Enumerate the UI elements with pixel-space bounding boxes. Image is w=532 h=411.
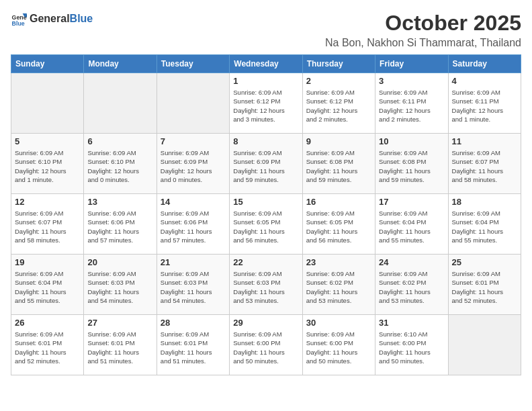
calendar-cell: 3Sunrise: 6:09 AM Sunset: 6:11 PM Daylig… [375, 73, 448, 134]
day-number: 27 [87, 318, 152, 328]
day-number: 26 [15, 318, 80, 328]
day-info: Sunrise: 6:09 AM Sunset: 6:11 PM Dayligh… [452, 88, 517, 124]
header-thursday: Thursday [302, 55, 375, 73]
calendar-cell: 18Sunrise: 6:09 AM Sunset: 6:04 PM Dayli… [448, 194, 521, 255]
day-info: Sunrise: 6:09 AM Sunset: 6:03 PM Dayligh… [161, 269, 226, 305]
day-info: Sunrise: 6:09 AM Sunset: 6:05 PM Dayligh… [233, 209, 298, 244]
day-number: 17 [379, 197, 444, 207]
day-number: 6 [87, 136, 152, 146]
header-sunday: Sunday [11, 55, 84, 73]
logo: General Blue GeneralBlue [11, 11, 93, 27]
logo-blue: Blue [70, 13, 93, 24]
calendar-cell: 30Sunrise: 6:09 AM Sunset: 6:00 PM Dayli… [302, 315, 375, 375]
calendar-cell: 23Sunrise: 6:09 AM Sunset: 6:02 PM Dayli… [302, 255, 375, 315]
day-info: Sunrise: 6:09 AM Sunset: 6:01 PM Dayligh… [161, 330, 226, 365]
calendar-cell: 26Sunrise: 6:09 AM Sunset: 6:01 PM Dayli… [11, 315, 84, 375]
day-info: Sunrise: 6:09 AM Sunset: 6:04 PM Dayligh… [379, 209, 444, 244]
calendar-week-3: 12Sunrise: 6:09 AM Sunset: 6:07 PM Dayli… [11, 194, 521, 255]
day-number: 16 [306, 197, 371, 207]
day-number: 9 [306, 136, 371, 146]
calendar-cell [11, 73, 84, 134]
day-info: Sunrise: 6:09 AM Sunset: 6:05 PM Dayligh… [306, 209, 371, 244]
calendar-cell: 12Sunrise: 6:09 AM Sunset: 6:07 PM Dayli… [11, 194, 84, 255]
calendar-cell [448, 315, 521, 375]
day-info: Sunrise: 6:09 AM Sunset: 6:01 PM Dayligh… [87, 330, 152, 365]
day-number: 18 [452, 197, 517, 207]
day-info: Sunrise: 6:10 AM Sunset: 6:00 PM Dayligh… [379, 330, 444, 365]
calendar-header-row: SundayMondayTuesdayWednesdayThursdayFrid… [11, 55, 521, 73]
calendar-cell [84, 73, 157, 134]
day-info: Sunrise: 6:09 AM Sunset: 6:12 PM Dayligh… [306, 88, 371, 124]
calendar-cell: 15Sunrise: 6:09 AM Sunset: 6:05 PM Dayli… [230, 194, 302, 255]
day-info: Sunrise: 6:09 AM Sunset: 6:01 PM Dayligh… [15, 330, 80, 365]
day-number: 19 [15, 257, 80, 267]
calendar-week-4: 19Sunrise: 6:09 AM Sunset: 6:04 PM Dayli… [11, 255, 521, 315]
calendar-cell: 4Sunrise: 6:09 AM Sunset: 6:11 PM Daylig… [448, 73, 521, 134]
calendar-cell: 28Sunrise: 6:09 AM Sunset: 6:01 PM Dayli… [157, 315, 229, 375]
day-info: Sunrise: 6:09 AM Sunset: 6:01 PM Dayligh… [452, 269, 517, 305]
calendar-week-1: 1Sunrise: 6:09 AM Sunset: 6:12 PM Daylig… [11, 73, 521, 134]
day-number: 22 [233, 257, 298, 267]
day-info: Sunrise: 6:09 AM Sunset: 6:09 PM Dayligh… [161, 148, 226, 184]
day-info: Sunrise: 6:09 AM Sunset: 6:02 PM Dayligh… [379, 269, 444, 305]
calendar-cell: 8Sunrise: 6:09 AM Sunset: 6:09 PM Daylig… [230, 134, 302, 194]
day-info: Sunrise: 6:09 AM Sunset: 6:08 PM Dayligh… [306, 148, 371, 184]
day-info: Sunrise: 6:09 AM Sunset: 6:09 PM Dayligh… [233, 148, 298, 184]
calendar-table: SundayMondayTuesdayWednesdayThursdayFrid… [11, 54, 521, 375]
day-number: 13 [87, 197, 152, 207]
day-number: 23 [306, 257, 371, 267]
header-wednesday: Wednesday [230, 55, 302, 73]
header-monday: Monday [84, 55, 157, 73]
day-number: 2 [306, 76, 371, 86]
calendar-cell: 6Sunrise: 6:09 AM Sunset: 6:10 PM Daylig… [84, 134, 157, 194]
day-info: Sunrise: 6:09 AM Sunset: 6:02 PM Dayligh… [306, 269, 371, 305]
day-info: Sunrise: 6:09 AM Sunset: 6:04 PM Dayligh… [452, 209, 517, 244]
day-number: 21 [161, 257, 226, 267]
calendar-cell: 24Sunrise: 6:09 AM Sunset: 6:02 PM Dayli… [375, 255, 448, 315]
day-info: Sunrise: 6:09 AM Sunset: 6:03 PM Dayligh… [87, 269, 152, 305]
calendar-cell: 29Sunrise: 6:09 AM Sunset: 6:00 PM Dayli… [230, 315, 302, 375]
day-number: 12 [15, 197, 80, 207]
day-info: Sunrise: 6:09 AM Sunset: 6:10 PM Dayligh… [15, 148, 80, 184]
day-number: 28 [161, 318, 226, 328]
day-info: Sunrise: 6:09 AM Sunset: 6:03 PM Dayligh… [233, 269, 298, 305]
day-info: Sunrise: 6:09 AM Sunset: 6:12 PM Dayligh… [233, 88, 298, 124]
day-number: 8 [233, 136, 298, 146]
day-number: 4 [452, 76, 517, 86]
day-info: Sunrise: 6:09 AM Sunset: 6:04 PM Dayligh… [15, 269, 80, 305]
day-number: 11 [452, 136, 517, 146]
day-number: 24 [379, 257, 444, 267]
calendar-subtitle: Na Bon, Nakhon Si Thammarat, Thailand [325, 37, 521, 49]
calendar-cell: 22Sunrise: 6:09 AM Sunset: 6:03 PM Dayli… [230, 255, 302, 315]
header-friday: Friday [375, 55, 448, 73]
header-saturday: Saturday [448, 55, 521, 73]
day-info: Sunrise: 6:09 AM Sunset: 6:00 PM Dayligh… [233, 330, 298, 365]
day-number: 10 [379, 136, 444, 146]
calendar-cell: 16Sunrise: 6:09 AM Sunset: 6:05 PM Dayli… [302, 194, 375, 255]
calendar-title: October 2025 [325, 11, 521, 36]
calendar-cell: 9Sunrise: 6:09 AM Sunset: 6:08 PM Daylig… [302, 134, 375, 194]
header-tuesday: Tuesday [157, 55, 229, 73]
day-number: 1 [233, 76, 298, 86]
day-number: 14 [161, 197, 226, 207]
calendar-cell: 20Sunrise: 6:09 AM Sunset: 6:03 PM Dayli… [84, 255, 157, 315]
day-number: 5 [15, 136, 80, 146]
calendar-cell: 10Sunrise: 6:09 AM Sunset: 6:08 PM Dayli… [375, 134, 448, 194]
day-number: 29 [233, 318, 298, 328]
day-number: 3 [379, 76, 444, 86]
day-number: 30 [306, 318, 371, 328]
calendar-cell: 2Sunrise: 6:09 AM Sunset: 6:12 PM Daylig… [302, 73, 375, 134]
calendar-week-5: 26Sunrise: 6:09 AM Sunset: 6:01 PM Dayli… [11, 315, 521, 375]
day-number: 25 [452, 257, 517, 267]
day-info: Sunrise: 6:09 AM Sunset: 6:06 PM Dayligh… [87, 209, 152, 244]
calendar-cell: 13Sunrise: 6:09 AM Sunset: 6:06 PM Dayli… [84, 194, 157, 255]
calendar-cell [157, 73, 229, 134]
svg-text:Blue: Blue [12, 20, 25, 27]
logo-general: General [30, 13, 70, 24]
calendar-cell: 17Sunrise: 6:09 AM Sunset: 6:04 PM Dayli… [375, 194, 448, 255]
calendar-week-2: 5Sunrise: 6:09 AM Sunset: 6:10 PM Daylig… [11, 134, 521, 194]
calendar-cell: 7Sunrise: 6:09 AM Sunset: 6:09 PM Daylig… [157, 134, 229, 194]
day-number: 7 [161, 136, 226, 146]
calendar-cell: 14Sunrise: 6:09 AM Sunset: 6:06 PM Dayli… [157, 194, 229, 255]
day-info: Sunrise: 6:09 AM Sunset: 6:07 PM Dayligh… [15, 209, 80, 244]
